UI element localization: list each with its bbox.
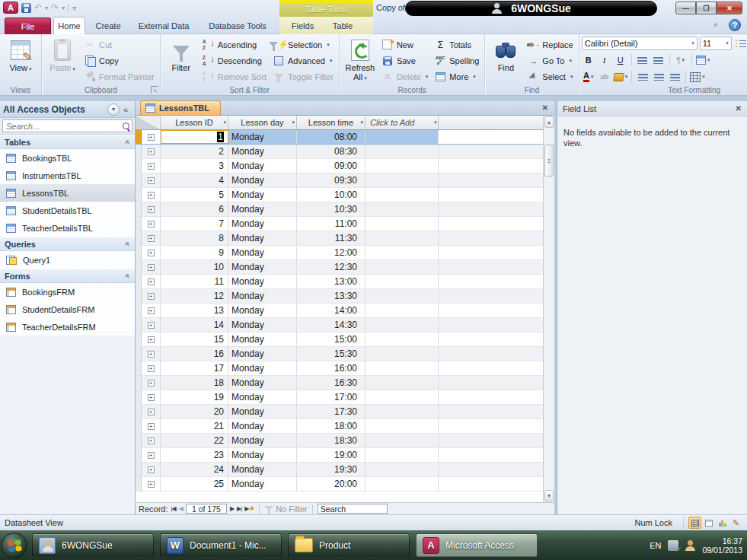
column-header-lesson-id[interactable]: Lesson ID▾ <box>161 116 228 129</box>
design-view-button[interactable]: ✎ <box>729 517 742 529</box>
vertical-scrollbar[interactable]: ▲ ▼ <box>543 116 554 502</box>
scroll-down-icon[interactable]: ▼ <box>544 490 554 501</box>
cell-lesson-id[interactable]: 19 <box>161 390 228 404</box>
collapse-ribbon-icon[interactable]: ˄ <box>710 21 721 30</box>
cell-click-to-add[interactable] <box>366 173 439 187</box>
cell-lesson-id[interactable]: 21 <box>161 419 228 433</box>
user-tray-icon[interactable] <box>685 540 695 551</box>
table-row[interactable]: 19 Monday 17:00 <box>136 390 554 405</box>
cell-lesson-day[interactable]: Monday <box>228 217 297 231</box>
table-row[interactable]: 20 Monday 17:30 <box>136 405 554 419</box>
table-row[interactable]: 17 Monday 16:00 <box>136 361 554 376</box>
increase-indent-button[interactable] <box>652 53 666 67</box>
goto-button[interactable]: →Go To <box>524 52 576 68</box>
cell-lesson-id[interactable]: 4 <box>161 173 228 187</box>
expand-row-button[interactable] <box>142 448 161 462</box>
tab-table[interactable]: Table <box>326 17 359 34</box>
cell-click-to-add[interactable] <box>366 434 439 447</box>
cell-lesson-id[interactable]: 1 <box>161 130 228 144</box>
sidebar-item-query[interactable]: Query1 <box>0 251 135 269</box>
cell-click-to-add[interactable] <box>366 217 439 231</box>
cell-lesson-id[interactable]: 11 <box>161 275 228 288</box>
cell-lesson-id[interactable]: 15 <box>161 332 228 346</box>
cell-lesson-id[interactable]: 20 <box>161 405 228 418</box>
cell-click-to-add[interactable] <box>366 275 439 288</box>
pivotchart-view-button[interactable] <box>716 517 729 529</box>
cell-click-to-add[interactable] <box>366 405 439 418</box>
cell-lesson-id[interactable]: 23 <box>161 448 228 462</box>
cell-lesson-day[interactable]: Monday <box>228 318 297 332</box>
restore-button[interactable]: ❐ <box>696 2 717 14</box>
cell-lesson-time[interactable]: 16:00 <box>297 361 366 375</box>
cell-click-to-add[interactable] <box>366 419 439 433</box>
cell-lesson-time[interactable]: 08:30 <box>297 145 366 158</box>
record-selector[interactable] <box>136 318 142 332</box>
cell-lesson-day[interactable]: Monday <box>228 188 297 202</box>
cell-lesson-time[interactable]: 14:00 <box>297 304 366 317</box>
pivottable-view-button[interactable] <box>702 517 715 529</box>
table-row[interactable]: 3 Monday 09:00 <box>136 159 554 173</box>
record-selector[interactable] <box>136 173 142 187</box>
table-row[interactable]: 4 Monday 09:30 <box>136 173 554 188</box>
cell-lesson-day[interactable]: Monday <box>228 347 297 361</box>
expand-row-button[interactable] <box>142 405 161 418</box>
cell-lesson-time[interactable]: 16:30 <box>297 376 366 390</box>
cell-click-to-add[interactable] <box>366 145 439 158</box>
more-button[interactable]: More <box>431 68 482 84</box>
cell-lesson-time[interactable]: 18:00 <box>297 419 366 433</box>
cell-lesson-day[interactable]: Monday <box>228 304 297 317</box>
nav-section-queries[interactable]: Queries « <box>0 237 135 251</box>
expand-row-button[interactable] <box>142 188 161 202</box>
close-button[interactable]: ✕ <box>717 2 742 14</box>
record-selector[interactable] <box>136 260 142 274</box>
record-selector[interactable] <box>136 332 142 346</box>
fill-color-button[interactable] <box>614 70 628 84</box>
record-selector[interactable] <box>136 145 142 158</box>
cell-lesson-time[interactable]: 11:00 <box>297 217 366 231</box>
toggle-filter-button[interactable]: Toggle Filter <box>270 68 337 84</box>
cell-click-to-add[interactable] <box>366 361 439 375</box>
nav-section-tables[interactable]: Tables « <box>0 135 135 149</box>
search-icon[interactable] <box>121 121 132 132</box>
select-all-cell[interactable] <box>136 116 161 129</box>
record-selector[interactable] <box>136 405 142 418</box>
table-row[interactable]: 6 Monday 10:30 <box>136 202 554 217</box>
cell-click-to-add[interactable] <box>366 130 439 144</box>
collapse-section-icon[interactable]: « <box>124 140 132 145</box>
refresh-all-button[interactable]: Refresh All <box>342 36 378 84</box>
undo-icon[interactable]: ↶ <box>34 3 42 12</box>
record-selector[interactable] <box>136 231 142 245</box>
sidebar-item-form[interactable]: BookingsFRM <box>0 283 135 301</box>
italic-button[interactable]: I <box>598 53 611 67</box>
sidebar-item-table[interactable]: StudentDetailsTBL <box>0 202 135 219</box>
new-record-button[interactable]: New <box>378 37 431 52</box>
close-document-icon[interactable]: ✕ <box>542 103 548 112</box>
cell-lesson-time[interactable]: 13:30 <box>297 289 366 303</box>
cell-lesson-time[interactable]: 10:30 <box>297 202 366 216</box>
cell-lesson-time[interactable]: 15:00 <box>297 332 366 346</box>
tab-file[interactable]: File <box>5 18 51 34</box>
cell-lesson-day[interactable]: Monday <box>228 376 297 390</box>
cell-lesson-id[interactable]: 6 <box>161 202 228 216</box>
taskbar-button-folder[interactable]: Product <box>288 533 410 557</box>
cell-lesson-id[interactable]: 12 <box>161 289 228 303</box>
expand-row-button[interactable] <box>142 463 161 476</box>
cell-click-to-add[interactable] <box>366 246 439 259</box>
cell-lesson-id[interactable]: 7 <box>161 217 228 231</box>
cell-click-to-add[interactable] <box>366 347 439 361</box>
scroll-up-icon[interactable]: ▲ <box>544 116 554 128</box>
language-indicator[interactable]: EN <box>650 541 661 550</box>
datasheet-view-button[interactable] <box>688 517 701 529</box>
minimize-button[interactable]: — <box>675 2 696 14</box>
cell-lesson-day[interactable]: Monday <box>228 419 297 433</box>
cell-lesson-day[interactable]: Monday <box>228 463 297 476</box>
expand-row-button[interactable] <box>142 159 161 173</box>
expand-row-button[interactable] <box>142 419 161 433</box>
record-selector[interactable] <box>136 304 142 317</box>
find-button[interactable]: Find <box>487 36 524 84</box>
font-color-button[interactable]: A <box>582 70 595 84</box>
table-row[interactable]: 14 Monday 14:30 <box>136 318 554 332</box>
cell-lesson-id[interactable]: 9 <box>161 246 228 259</box>
remove-sort-button[interactable]: AZRemove Sort <box>200 68 270 84</box>
cell-click-to-add[interactable] <box>366 390 439 404</box>
